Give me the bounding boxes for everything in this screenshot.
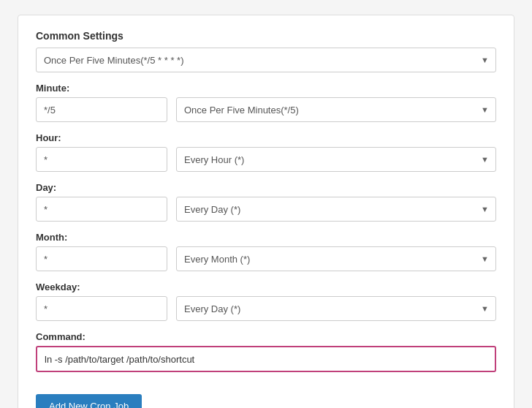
- hour-label: Hour:: [36, 132, 496, 143]
- command-input[interactable]: [36, 346, 496, 372]
- hour-row: Every Hour (*) Custom ▼: [36, 147, 496, 172]
- day-select-wrapper: Every Day (*) Custom ▼: [176, 197, 496, 222]
- minute-select-wrapper: Once Per Five Minutes(*/5) Every Minute(…: [176, 97, 496, 122]
- month-group: Month: Every Month (*) Custom ▼: [36, 232, 496, 271]
- weekday-select-wrapper: Every Day (*) Custom ▼: [176, 296, 496, 321]
- weekday-group: Weekday: Every Day (*) Custom ▼: [36, 282, 496, 321]
- month-input[interactable]: [36, 246, 167, 271]
- common-settings-title: Common Settings: [36, 30, 496, 42]
- weekday-row: Every Day (*) Custom ▼: [36, 296, 496, 321]
- weekday-label: Weekday:: [36, 282, 496, 292]
- minute-row: Once Per Five Minutes(*/5) Every Minute(…: [36, 97, 496, 122]
- day-input[interactable]: [36, 197, 167, 222]
- day-label: Day:: [36, 182, 496, 193]
- day-group: Day: Every Day (*) Custom ▼: [36, 182, 496, 222]
- common-select-wrapper: Once Per Five Minutes(*/5 * * * *) Every…: [36, 48, 496, 72]
- month-select[interactable]: Every Month (*) Custom: [176, 246, 496, 271]
- minute-label: Minute:: [36, 83, 496, 94]
- day-select[interactable]: Every Day (*) Custom: [176, 197, 496, 222]
- weekday-input[interactable]: [36, 296, 167, 321]
- command-label: Command:: [36, 331, 496, 342]
- command-group: Command:: [36, 331, 496, 372]
- hour-select-wrapper: Every Hour (*) Custom ▼: [176, 147, 496, 172]
- month-label: Month:: [36, 232, 496, 243]
- weekday-select[interactable]: Every Day (*) Custom: [176, 296, 496, 321]
- hour-select[interactable]: Every Hour (*) Custom: [176, 147, 496, 172]
- common-settings-select[interactable]: Once Per Five Minutes(*/5 * * * *) Every…: [36, 48, 496, 72]
- hour-input[interactable]: [36, 147, 167, 172]
- minute-select[interactable]: Once Per Five Minutes(*/5) Every Minute(…: [176, 97, 496, 122]
- minute-group: Minute: Once Per Five Minutes(*/5) Every…: [36, 83, 496, 122]
- hour-group: Hour: Every Hour (*) Custom ▼: [36, 132, 496, 172]
- add-cron-job-button[interactable]: Add New Cron Job: [36, 394, 142, 408]
- month-row: Every Month (*) Custom ▼: [36, 246, 496, 271]
- day-row: Every Day (*) Custom ▼: [36, 197, 496, 222]
- minute-input[interactable]: [36, 97, 167, 122]
- cron-panel: Common Settings Once Per Five Minutes(*/…: [18, 15, 514, 408]
- common-settings-group: Common Settings Once Per Five Minutes(*/…: [36, 30, 496, 72]
- month-select-wrapper: Every Month (*) Custom ▼: [176, 246, 496, 271]
